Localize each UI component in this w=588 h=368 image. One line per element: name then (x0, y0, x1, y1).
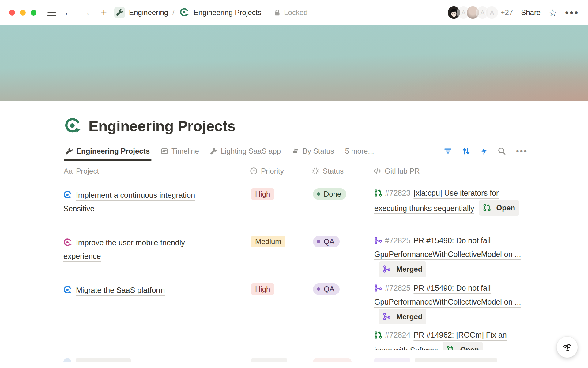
priority-badge[interactable]: High (251, 188, 274, 200)
status-badge[interactable]: QA (313, 283, 340, 295)
pr-entry: #72825PR #15490: Do not fail GpuPerforma… (374, 234, 524, 277)
column-header-project[interactable]: Aa Project (59, 161, 245, 182)
column-label: Priority (261, 167, 284, 175)
avatar-stack[interactable]: A A A +27 (447, 6, 513, 19)
app-window: ← → + Engineering / Engineering Projects (0, 0, 588, 368)
wrench-icon (66, 148, 73, 155)
minimize-window-button[interactable] (20, 10, 26, 16)
pr-state-badge[interactable]: Merged (379, 309, 426, 324)
locked-label: Locked (284, 8, 307, 17)
sort-button[interactable] (462, 147, 470, 155)
page-icon-small (179, 7, 190, 18)
tab-label: Timeline (172, 147, 199, 155)
pr-state-label: Open (460, 343, 479, 350)
partial-row-project-cell[interactable] (59, 350, 245, 362)
notion-ai-button[interactable] (556, 336, 578, 358)
column-header-github-pr[interactable]: GitHub PR (368, 161, 531, 182)
partial-row-github-cell[interactable] (368, 350, 531, 362)
table-row-project-cell[interactable]: Implement a continuous integration Sensi… (59, 182, 245, 229)
pull-request-merged-icon (383, 265, 391, 273)
table-row-github-cell[interactable]: #72825PR #15490: Do not fail GpuPerforma… (368, 229, 531, 277)
projects-table: Aa Project Priority (59, 161, 531, 362)
status-badge[interactable]: QA (313, 236, 340, 247)
status-dot (317, 287, 320, 291)
sidebar-toggle-button[interactable] (46, 6, 58, 19)
forward-button[interactable]: → (80, 6, 92, 19)
status-label: QA (324, 285, 334, 294)
status-dot (317, 192, 320, 196)
table-row-priority-cell[interactable]: High (245, 182, 307, 229)
table-row-priority-cell[interactable]: High (245, 277, 307, 350)
column-header-priority[interactable]: Priority (245, 161, 307, 182)
project-sync-logo-icon (63, 191, 72, 199)
breadcrumb-page[interactable]: Engineering Projects (194, 8, 261, 17)
table-row-project-cell[interactable]: Migrate the SaaS platform (59, 277, 245, 350)
page-cover-image[interactable] (0, 25, 588, 101)
window-controls (9, 10, 36, 16)
table-row-status-cell[interactable]: QA (307, 277, 368, 350)
project-link[interactable]: Implement a continuous integration Sensi… (63, 191, 195, 213)
pull-request-open-icon (483, 204, 491, 212)
project-link[interactable]: Migrate the SaaS platform (76, 286, 165, 294)
table-row-status-cell[interactable]: QA (307, 229, 368, 277)
tab-lighting-saas-app[interactable]: Lighting SaaS app (210, 147, 281, 161)
table-row-github-cell[interactable]: #72823[xla:cpu] Use iterators for execut… (368, 182, 531, 229)
maximize-window-button[interactable] (31, 10, 36, 16)
pr-state-label: Merged (396, 310, 422, 324)
plus-icon: + (101, 7, 107, 18)
pr-state-badge[interactable]: Open (479, 200, 519, 216)
pr-state-label: Open (496, 201, 515, 215)
pr-number: #72825 (385, 236, 410, 245)
project-link[interactable]: Improve the user mobile friendly experie… (63, 238, 185, 260)
partial-row-priority-cell[interactable] (245, 350, 307, 362)
pull-request-open-icon (374, 331, 382, 339)
priority-badge[interactable]: Medium (251, 236, 285, 247)
search-button[interactable] (498, 147, 506, 155)
tab-by-status[interactable]: By Status (292, 147, 334, 161)
view-options-button[interactable]: ●●● (516, 148, 528, 154)
page-content: Engineering Projects Engineering Project… (59, 117, 531, 362)
page-sync-logo-icon[interactable] (65, 118, 81, 134)
pr-state-badge[interactable]: Merged (379, 261, 426, 277)
back-arrow-icon: ← (64, 8, 73, 17)
view-tabs: Engineering Projects Timeline Lighting S… (59, 147, 334, 161)
avatar-overflow-count[interactable]: +27 (500, 8, 513, 17)
pr-state-badge[interactable]: Open (443, 342, 483, 350)
tab-timeline[interactable]: Timeline (161, 147, 199, 161)
table-row-project-cell[interactable]: Improve the user mobile friendly experie… (59, 229, 245, 277)
filter-button[interactable] (444, 147, 452, 155)
new-page-button[interactable]: + (98, 6, 110, 19)
pull-request-merged-icon (374, 236, 382, 244)
page-title[interactable]: Engineering Projects (89, 117, 236, 135)
titlebar-right-group: A A A +27 Share ☆ ●●● (447, 6, 579, 19)
table-row-github-cell[interactable]: #72825PR #15490: Do not fail GpuPerforma… (368, 277, 531, 350)
more-views-button[interactable]: 5 more... (345, 147, 374, 161)
back-button[interactable]: ← (62, 6, 74, 19)
page-header: Engineering Projects (59, 117, 531, 135)
breadcrumb-workspace[interactable]: Engineering (129, 8, 168, 17)
board-bars-icon (292, 148, 299, 155)
pull-request-open-icon (447, 346, 454, 350)
column-header-status[interactable]: Status (307, 161, 368, 182)
avatar: A (485, 6, 499, 19)
locked-indicator[interactable]: Locked (273, 8, 307, 17)
share-button[interactable]: Share (521, 8, 541, 17)
tab-engineering-projects[interactable]: Engineering Projects (66, 147, 150, 161)
automation-button[interactable] (480, 147, 488, 155)
column-label: Project (76, 167, 99, 175)
table-row-status-cell[interactable]: Done (307, 182, 368, 229)
status-label: QA (324, 237, 334, 246)
status-badge[interactable]: Done (313, 188, 346, 200)
wrench-icon (210, 148, 217, 155)
hamburger-icon (47, 10, 56, 16)
favorite-star-icon[interactable]: ☆ (548, 7, 557, 18)
page-more-button[interactable]: ●●● (565, 9, 579, 17)
project-sync-logo-icon (63, 238, 72, 247)
workspace-icon-chip[interactable] (114, 7, 125, 18)
table-row-priority-cell[interactable]: Medium (245, 229, 307, 277)
timeline-card-icon (161, 148, 168, 155)
partial-row-status-cell[interactable] (307, 350, 368, 362)
priority-badge[interactable]: High (251, 283, 274, 295)
title-bar: ← → + Engineering / Engineering Projects (0, 0, 588, 25)
close-window-button[interactable] (9, 10, 15, 16)
